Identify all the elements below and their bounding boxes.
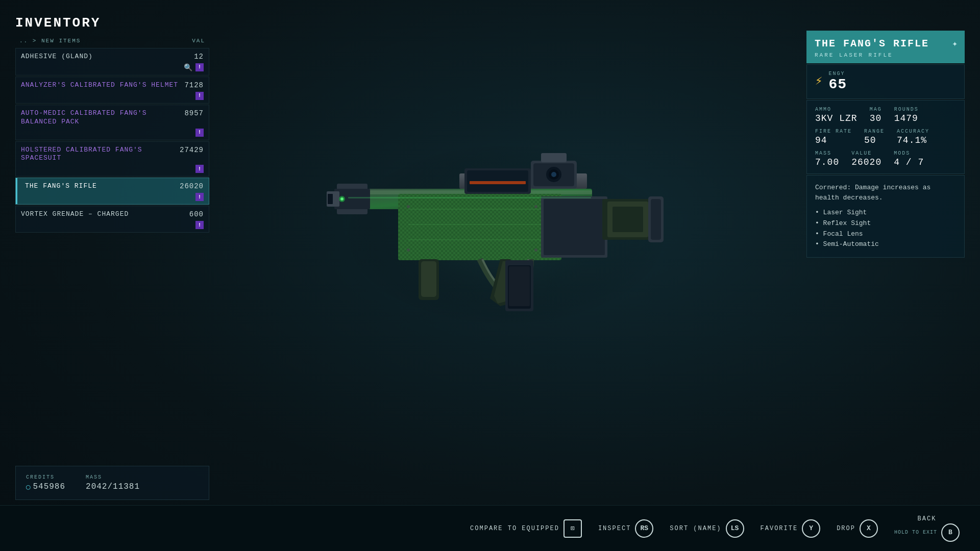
energy-value: 65 <box>828 77 847 92</box>
item-name: ADHESIVE (GLAND) <box>21 53 189 61</box>
stat-mods: MODS 4 / 7 <box>894 151 924 167</box>
stat-value: VALUE 26020 <box>851 151 881 167</box>
inspect-action[interactable]: INSPECT RS <box>598 519 653 538</box>
svg-point-43 <box>340 197 344 201</box>
mass-value: 2042/11381 <box>86 482 140 491</box>
stat-ammo: AMMO 3KV LZR <box>815 107 857 123</box>
stat-row-fire: FIRE RATE 94 RANGE 50 ACCURACY 74.1% <box>815 129 956 145</box>
svg-rect-28 <box>509 266 530 306</box>
svg-rect-19 <box>544 199 605 255</box>
detail-weapon-title: THE FANG'S RIFLE <box>815 38 957 50</box>
drop-label: DROP <box>837 525 855 532</box>
range-label: RANGE <box>864 129 885 134</box>
stat-fire-rate: FIRE RATE 94 <box>815 129 852 145</box>
back-label: BACK <box>918 515 937 522</box>
svg-rect-25 <box>421 261 436 297</box>
energy-label: ENGY <box>828 71 847 77</box>
svg-rect-12 <box>541 153 567 162</box>
svg-point-37 <box>407 205 410 208</box>
stat-accuracy: ACCURACY 74.1% <box>897 129 929 145</box>
back-button[interactable]: B <box>941 523 960 542</box>
stats-grid: AMMO 3KV LZR MAG 30 ROUNDS 1479 FIRE RAT… <box>806 100 965 174</box>
detail-description: Cornered: Damage increases as health dec… <box>806 175 965 258</box>
back-icon: B <box>948 529 952 536</box>
compare-action[interactable]: COMPARE TO EQUIPPED ⊡ <box>470 519 582 538</box>
ammo-value: 3KV LZR <box>815 113 857 123</box>
value-label: VALUE <box>851 151 881 156</box>
compare-icon: ⊡ <box>571 524 574 532</box>
svg-rect-33 <box>651 199 661 240</box>
inventory-item[interactable]: ADHESIVE (GLAND) 12 🔍 ! <box>15 48 209 76</box>
mod-item: Reflex Sight <box>815 218 956 229</box>
mod-list: Laser Sight Reflex Sight Focal Lens Semi… <box>815 208 956 250</box>
item-name: THE FANG'S RIFLE <box>21 182 175 191</box>
svg-rect-41 <box>348 197 591 198</box>
credits-group: CREDITS ◯ 545986 <box>26 474 65 491</box>
svg-rect-31 <box>612 207 643 232</box>
mods-label: MODS <box>894 151 924 156</box>
mass-group: MASS 2042/11381 <box>86 474 140 491</box>
inventory-item-selected[interactable]: THE FANG'S RIFLE 26020 ! <box>15 178 209 205</box>
weapon-image <box>306 97 704 342</box>
fire-rate-label: FIRE RATE <box>815 129 852 134</box>
favorite-star-icon: ✦ <box>952 38 958 49</box>
mass-stat-value: 7.00 <box>815 157 839 167</box>
compare-button[interactable]: ⊡ <box>564 519 582 538</box>
ammo-label: AMMO <box>815 107 857 112</box>
stat-row-ammo: AMMO 3KV LZR MAG 30 ROUNDS 1479 <box>815 107 956 123</box>
svg-point-38 <box>534 205 537 208</box>
credits-value: ◯ 545986 <box>26 482 65 491</box>
weapon-display <box>194 41 817 398</box>
svg-rect-23 <box>328 194 333 204</box>
fire-rate-value: 94 <box>815 135 852 145</box>
inventory-item[interactable]: AUTO-MEDIC CALIBRATED FANG'S BALANCED PA… <box>15 105 209 140</box>
favorite-icon: Y <box>809 524 813 532</box>
stat-rounds: ROUNDS 1479 <box>894 107 919 123</box>
mag-label: MAG <box>870 107 882 112</box>
energy-icon: ⚡ <box>815 76 822 88</box>
mods-value: 4 / 7 <box>894 157 924 167</box>
svg-rect-36 <box>470 181 526 184</box>
drop-action[interactable]: DROP X <box>837 519 878 538</box>
favorite-button[interactable]: Y <box>802 519 820 538</box>
inventory-item[interactable]: VORTEX GRENADE – CHARGED 600 ! <box>15 206 209 233</box>
drop-button[interactable]: X <box>860 519 878 538</box>
item-name: VORTEX GRENADE – CHARGED <box>21 210 184 219</box>
drop-icon: X <box>867 524 871 532</box>
energy-stat: ⚡ ENGY 65 <box>806 64 965 99</box>
svg-point-39 <box>407 248 410 252</box>
inventory-panel: INVENTORY .. > NEW ITEMS VAL ADHESIVE (G… <box>15 15 209 233</box>
rounds-label: ROUNDS <box>894 107 919 112</box>
sort-action[interactable]: SORT (NAME) LS <box>670 519 744 538</box>
mod-item: Focal Lens <box>815 229 956 240</box>
detail-header: THE FANG'S RIFLE RARE LASER RIFLE ✦ <box>806 31 965 63</box>
stat-mass: MASS 7.00 <box>815 151 839 167</box>
sort-button[interactable]: LS <box>726 519 744 538</box>
detail-panel: THE FANG'S RIFLE RARE LASER RIFLE ✦ ⚡ EN… <box>806 31 965 258</box>
accuracy-value: 74.1% <box>897 135 929 145</box>
detail-rarity: RARE LASER RIFLE <box>815 52 957 58</box>
mod-item: Semi-Automatic <box>815 239 956 250</box>
compare-label: COMPARE TO EQUIPPED <box>470 525 559 532</box>
inventory-item[interactable]: HOLSTERED CALIBRATED FANG'S SPACESUIT 27… <box>15 141 209 177</box>
mass-stat-label: MASS <box>815 151 839 156</box>
action-bar: COMPARE TO EQUIPPED ⊡ INSPECT RS SORT (N… <box>0 505 980 551</box>
mass-label: MASS <box>86 474 140 480</box>
rounds-value: 1479 <box>894 113 919 123</box>
inventory-item[interactable]: ANALYZER'S CALIBRATED FANG'S HELMET 7128… <box>15 77 209 104</box>
inventory-title: INVENTORY <box>15 15 209 31</box>
value-stat-value: 26020 <box>851 157 881 167</box>
item-name: ANALYZER'S CALIBRATED FANG'S HELMET <box>21 81 179 90</box>
stat-range: RANGE 50 <box>864 129 885 145</box>
mag-value: 30 <box>870 113 882 123</box>
description-text: Cornered: Damage increases as health dec… <box>815 183 956 203</box>
credit-icon: ◯ <box>26 483 31 491</box>
range-value: 50 <box>864 135 885 145</box>
accuracy-label: ACCURACY <box>897 129 929 134</box>
svg-point-11 <box>551 172 556 177</box>
inspect-icon: RS <box>641 524 649 532</box>
mod-item: Laser Sight <box>815 208 956 218</box>
inspect-button[interactable]: RS <box>635 519 653 538</box>
favorite-action[interactable]: FAVORITE Y <box>761 519 821 538</box>
back-action[interactable]: BACK HOLD TO EXIT B <box>894 515 960 542</box>
